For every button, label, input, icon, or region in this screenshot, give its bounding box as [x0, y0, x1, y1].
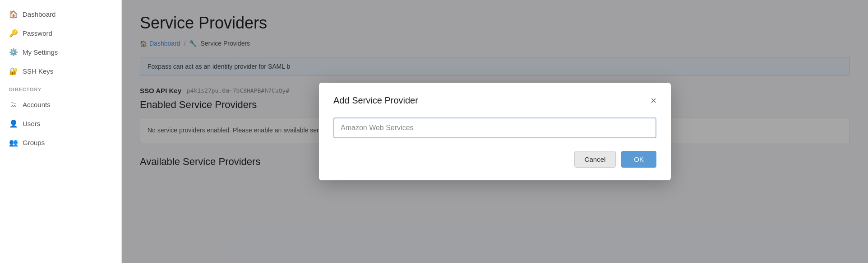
sidebar-item-ssh-keys[interactable]: 🔐 SSH Keys [0, 61, 121, 80]
settings-icon: ⚙️ [9, 47, 18, 56]
sidebar-item-users[interactable]: 👤 Users [0, 114, 121, 133]
sidebar-item-groups[interactable]: 👥 Groups [0, 133, 121, 152]
sidebar-item-dashboard[interactable]: 🏠 Dashboard [0, 5, 121, 23]
dialog-footer: Cancel OK [333, 151, 656, 168]
sidebar-item-password[interactable]: 🔑 Password [0, 23, 121, 42]
ssh-icon: 🔐 [9, 66, 18, 75]
sidebar-item-label: Accounts [23, 101, 51, 108]
password-icon: 🔑 [9, 28, 18, 38]
ok-button[interactable]: OK [621, 151, 656, 168]
sidebar-item-accounts[interactable]: 🗂 Accounts [0, 95, 121, 114]
dashboard-icon: 🏠 [9, 9, 18, 19]
sidebar-item-label: SSH Keys [23, 67, 53, 75]
groups-icon: 👥 [9, 138, 18, 147]
add-service-provider-dialog: Add Service Provider × Cancel OK [319, 83, 671, 180]
accounts-icon: 🗂 [9, 100, 18, 109]
sidebar-item-label: Dashboard [23, 10, 55, 18]
sidebar-item-label: Groups [23, 139, 45, 146]
service-provider-input[interactable] [333, 117, 656, 138]
sidebar-item-label: My Settings [23, 48, 58, 56]
dialog-close-button[interactable]: × [651, 96, 656, 106]
sidebar-item-my-settings[interactable]: ⚙️ My Settings [0, 42, 121, 61]
cancel-button[interactable]: Cancel [574, 151, 616, 168]
modal-overlay: Add Service Provider × Cancel OK [122, 0, 868, 263]
users-icon: 👤 [9, 119, 18, 128]
main-content: Service Providers 🏠 Dashboard / 🔧 Servic… [122, 0, 868, 263]
dialog-title: Add Service Provider [333, 95, 418, 106]
directory-section-label: DIRECTORY [0, 80, 121, 95]
sidebar: 🏠 Dashboard 🔑 Password ⚙️ My Settings 🔐 … [0, 0, 122, 263]
sidebar-item-label: Users [23, 120, 40, 127]
dialog-header: Add Service Provider × [333, 95, 656, 106]
sidebar-item-label: Password [23, 29, 52, 37]
